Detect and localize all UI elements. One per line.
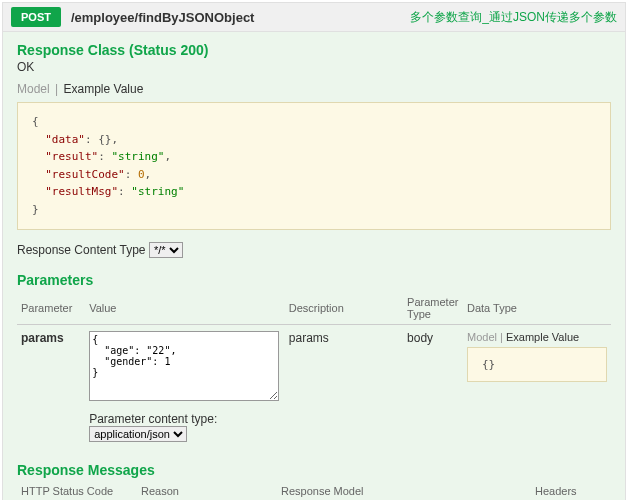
col-value: Value — [85, 292, 285, 325]
response-content-type-select[interactable]: */* — [149, 242, 183, 258]
param-value-textarea[interactable] — [89, 331, 279, 401]
operation-header[interactable]: POST /employee/findByJSONObject 多个参数查询_通… — [3, 3, 625, 32]
col-parameter: Parameter — [17, 292, 85, 325]
response-messages-table: HTTP Status Code Reason Response Model H… — [17, 482, 611, 500]
response-messages-section: Response Messages HTTP Status Code Reaso… — [17, 462, 611, 500]
response-status-text: OK — [17, 60, 611, 74]
col-status-code: HTTP Status Code — [17, 482, 137, 500]
operation-panel: POST /employee/findByJSONObject 多个参数查询_通… — [2, 2, 626, 500]
response-messages-title: Response Messages — [17, 462, 611, 478]
col-parameter-type: Parameter Type — [403, 292, 463, 325]
response-class-title: Response Class (Status 200) — [17, 42, 611, 58]
param-type: body — [403, 324, 463, 448]
col-description: Description — [285, 292, 403, 325]
param-datatype-cell: Model | Example Value {} — [463, 324, 611, 448]
col-headers: Headers — [531, 482, 611, 500]
operation-description[interactable]: 多个参数查询_通过JSON传递多个参数 — [410, 9, 617, 26]
col-reason: Reason — [137, 482, 277, 500]
param-content-type-row: Parameter content type: application/json — [89, 412, 281, 442]
tab-divider: | — [55, 82, 58, 96]
response-example-json[interactable]: { "data": {}, "result": "string", "resul… — [17, 102, 611, 230]
param-name: params — [17, 324, 85, 448]
parameters-title: Parameters — [17, 272, 611, 288]
param-description: params — [285, 324, 403, 448]
example-value-tab[interactable]: Example Value — [64, 82, 144, 96]
endpoint-path: /employee/findByJSONObject — [71, 10, 255, 25]
datatype-example-tab[interactable]: Example Value — [506, 331, 579, 343]
col-data-type: Data Type — [463, 292, 611, 325]
param-content-type-label: Parameter content type: — [89, 412, 217, 426]
parameters-section: Parameters Parameter Value Description P… — [17, 272, 611, 448]
datatype-toggle: Model | Example Value — [467, 331, 607, 343]
method-badge: POST — [11, 7, 61, 27]
model-example-toggle: Model | Example Value — [17, 82, 611, 96]
col-response-model: Response Model — [277, 482, 531, 500]
response-content-type-row: Response Content Type */* — [17, 242, 611, 258]
param-content-type-select[interactable]: application/json — [89, 426, 187, 442]
operation-content: Response Class (Status 200) OK Model | E… — [3, 32, 625, 500]
parameters-table: Parameter Value Description Parameter Ty… — [17, 292, 611, 448]
response-content-type-label: Response Content Type — [17, 243, 146, 257]
datatype-example-json[interactable]: {} — [467, 347, 607, 382]
model-tab[interactable]: Model — [17, 82, 50, 96]
parameter-row: params Parameter content type: applicati… — [17, 324, 611, 448]
datatype-model-tab[interactable]: Model — [467, 331, 497, 343]
